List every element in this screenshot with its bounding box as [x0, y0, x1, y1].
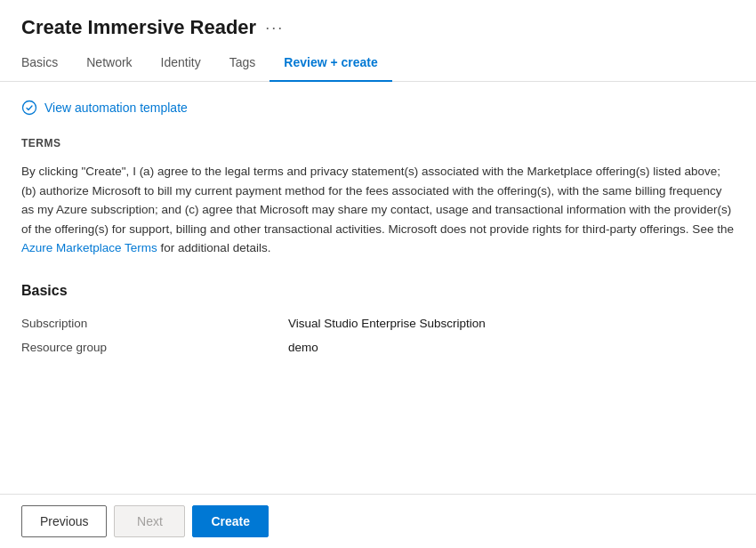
info-row-subscription: Subscription Visual Studio Enterprise Su…	[21, 311, 735, 335]
basics-section-title: Basics	[21, 283, 735, 299]
tab-basics[interactable]: Basics	[21, 48, 72, 82]
tab-review-create[interactable]: Review + create	[269, 48, 391, 82]
automation-link-row[interactable]: View automation template	[21, 100, 735, 116]
page-header: Create Immersive Reader ···	[0, 0, 756, 48]
tabs-bar: Basics Network Identity Tags Review + cr…	[0, 48, 756, 82]
previous-button[interactable]: Previous	[21, 505, 107, 537]
svg-point-0	[23, 101, 36, 115]
tab-identity[interactable]: Identity	[147, 48, 215, 82]
automation-icon	[21, 100, 37, 116]
tab-network[interactable]: Network	[72, 48, 146, 82]
info-row-resource-group: Resource group demo	[21, 335, 735, 359]
next-button: Next	[114, 505, 185, 537]
subscription-label: Subscription	[21, 317, 288, 330]
automation-template-link[interactable]: View automation template	[44, 101, 188, 115]
basics-info-table: Subscription Visual Studio Enterprise Su…	[21, 311, 735, 359]
page-title: Create Immersive Reader	[21, 16, 256, 39]
subscription-value: Visual Studio Enterprise Subscription	[288, 317, 486, 330]
terms-body-before: By clicking "Create", I (a) agree to the…	[21, 165, 734, 236]
more-options-button[interactable]: ···	[265, 19, 284, 37]
content-area: View automation template TERMS By clicki…	[0, 82, 756, 494]
resource-group-label: Resource group	[21, 341, 288, 354]
create-button[interactable]: Create	[192, 505, 269, 537]
terms-section-title: TERMS	[21, 137, 735, 149]
bottom-bar: Previous Next Create	[0, 494, 756, 548]
terms-text: By clicking "Create", I (a) agree to the…	[21, 162, 735, 258]
azure-marketplace-terms-link[interactable]: Azure Marketplace Terms	[21, 241, 157, 254]
tab-tags[interactable]: Tags	[215, 48, 270, 82]
terms-body-after-text: for additional details.	[161, 241, 271, 254]
resource-group-value: demo	[288, 341, 318, 354]
